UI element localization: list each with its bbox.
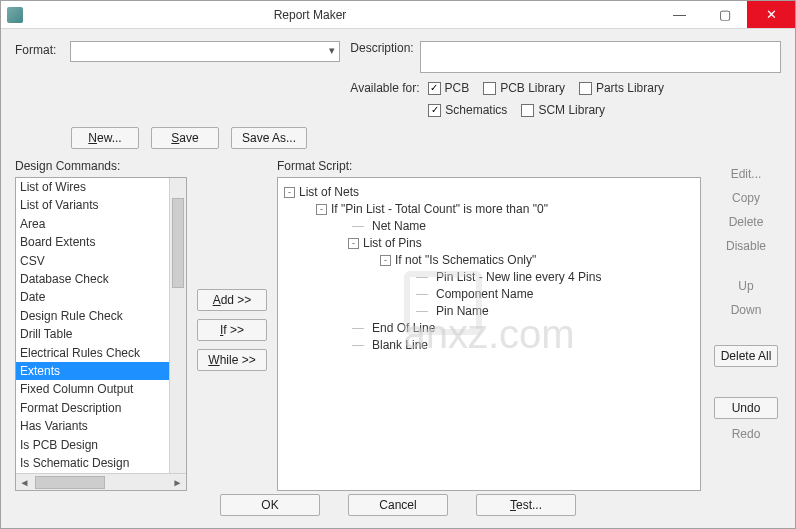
minimize-button[interactable]: — [657,1,702,28]
list-item[interactable]: Format Description [16,399,186,417]
down-button[interactable]: Down [711,301,781,319]
design-commands-label: Design Commands: [15,159,187,173]
collapse-icon[interactable]: - [284,187,295,198]
tree-node-label: Component Name [436,286,533,303]
available-for-label: Available for: [350,81,419,95]
tree-node-label: List of Nets [299,184,359,201]
checkbox-parts-library[interactable]: Parts Library [579,81,664,95]
list-item[interactable]: Date [16,288,186,306]
list-item[interactable]: Fixed Column Output [16,380,186,398]
report-maker-window: Report Maker — ▢ ✕ Format: Description: … [0,0,796,529]
description-input[interactable] [420,41,781,73]
window-title: Report Maker [0,8,657,22]
list-item[interactable]: Extents [16,362,186,380]
scroll-right-icon[interactable]: ► [169,477,186,488]
list-item[interactable]: Area [16,215,186,233]
copy-button[interactable]: Copy [711,189,781,207]
cancel-button[interactable]: Cancel [348,494,448,516]
delete-all-button[interactable]: Delete All [714,345,778,367]
while-button[interactable]: While >> [197,349,267,371]
checkbox-pcb[interactable]: PCB [428,81,470,95]
tree-node-label: Pin Name [436,303,489,320]
list-item[interactable]: List of Variants [16,196,186,214]
test-button[interactable]: Test... [476,494,576,516]
tree-row[interactable]: —Net Name [284,218,694,235]
tree-row[interactable]: -List of Nets [284,184,694,201]
tree-branch-icon: — [348,320,368,337]
new-button[interactable]: New... [71,127,139,149]
tree-branch-icon: — [348,337,368,354]
checkbox-scm-library[interactable]: SCM Library [521,103,605,117]
list-item[interactable]: CSV [16,252,186,270]
undo-button[interactable]: Undo [714,397,778,419]
list-item[interactable]: Database Check [16,270,186,288]
ok-button[interactable]: OK [220,494,320,516]
save-button[interactable]: Save [151,127,219,149]
scroll-left-icon[interactable]: ◄ [16,477,33,488]
format-script-label: Format Script: [277,159,701,173]
list-item[interactable]: List of Wires [16,178,186,196]
check-icon [428,104,441,117]
list-item[interactable]: Board Extents [16,233,186,251]
tree-row[interactable]: —Blank Line [284,337,694,354]
list-item[interactable]: Is PCB Design [16,436,186,454]
checkbox-schematics[interactable]: Schematics [428,103,507,117]
tree-branch-icon: — [412,303,432,320]
disable-button[interactable]: Disable [711,237,781,255]
tree-node-label: Blank Line [372,337,428,354]
titlebar: Report Maker — ▢ ✕ [1,1,795,29]
window-controls: — ▢ ✕ [657,1,795,28]
edit-button[interactable]: Edit... [711,165,781,183]
check-icon [483,82,496,95]
tree-node-label: End Of Line [372,320,435,337]
list-item[interactable]: Drill Table [16,325,186,343]
check-icon [521,104,534,117]
add-button[interactable]: Add >> [197,289,267,311]
maximize-button[interactable]: ▢ [702,1,747,28]
tree-row[interactable]: -List of Pins [284,235,694,252]
collapse-icon[interactable]: - [348,238,359,249]
tree-row[interactable]: -If "Pin List - Total Count" is more tha… [284,201,694,218]
up-button[interactable]: Up [711,277,781,295]
delete-button[interactable]: Delete [711,213,781,231]
collapse-icon[interactable]: - [380,255,391,266]
format-combo[interactable] [70,41,340,62]
vertical-scrollbar[interactable] [169,178,186,473]
tree-node-label: If "Pin List - Total Count" is more than… [331,201,548,218]
format-script-tree[interactable]: anxz.com -List of Nets-If "Pin List - To… [277,177,701,491]
list-item[interactable]: Electrical Rules Check [16,344,186,362]
checkbox-pcb-library[interactable]: PCB Library [483,81,565,95]
list-item[interactable]: Is Schematic Design [16,454,186,472]
list-item[interactable]: Design Rule Check [16,307,186,325]
redo-button[interactable]: Redo [711,425,781,443]
check-icon [428,82,441,95]
tree-row[interactable]: —Pin Name [284,303,694,320]
close-button[interactable]: ✕ [747,1,795,28]
horizontal-scrollbar[interactable]: ◄ ► [16,473,186,490]
tree-node-label: List of Pins [363,235,422,252]
list-item[interactable]: Has Variants [16,417,186,435]
design-commands-listbox[interactable]: List of WiresList of VariantsAreaBoard E… [15,177,187,491]
tree-row[interactable]: —Component Name [284,286,694,303]
description-label: Description: [350,41,413,55]
save-as-button[interactable]: Save As... [231,127,307,149]
tree-row[interactable]: —Pin List - New line every 4 Pins [284,269,694,286]
tree-branch-icon: — [348,218,368,235]
tree-node-label: Net Name [372,218,426,235]
check-icon [579,82,592,95]
tree-node-label: Pin List - New line every 4 Pins [436,269,601,286]
tree-branch-icon: — [412,269,432,286]
format-label: Format: [15,41,56,57]
if-button[interactable]: If >> [197,319,267,341]
tree-node-label: If not "Is Schematics Only" [395,252,536,269]
tree-branch-icon: — [412,286,432,303]
collapse-icon[interactable]: - [316,204,327,215]
tree-row[interactable]: —End Of Line [284,320,694,337]
tree-row[interactable]: -If not "Is Schematics Only" [284,252,694,269]
